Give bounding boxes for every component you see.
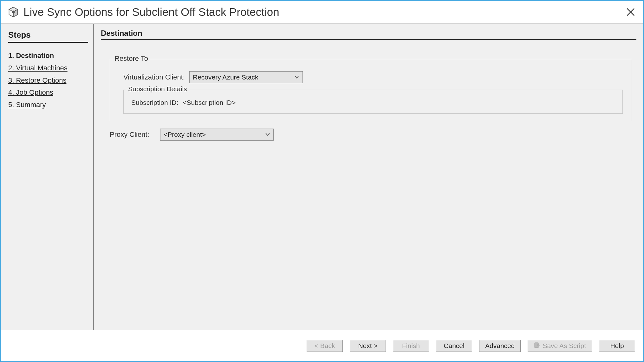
help-button[interactable]: Help	[599, 340, 635, 352]
step-restore-options[interactable]: 3. Restore Options	[8, 76, 87, 86]
step-summary[interactable]: 5. Summary	[8, 100, 87, 110]
next-button[interactable]: Next >	[350, 340, 386, 352]
step-virtual-machines[interactable]: 2. Virtual Machines	[8, 63, 87, 73]
titlebar: Live Sync Options for Subclient Off Stac…	[1, 1, 643, 23]
virtualization-client-select[interactable]: Recovery Azure Stack	[189, 71, 303, 83]
save-as-script-button: Save As Script	[528, 340, 592, 352]
close-button[interactable]	[622, 4, 639, 20]
subscription-id-value: <Subscription ID>	[183, 99, 236, 106]
cancel-button[interactable]: Cancel	[436, 340, 472, 352]
svg-marker-7	[538, 344, 540, 346]
main-panel: Destination Restore To Virtualization Cl…	[94, 24, 643, 330]
proxy-client-value: <Proxy client>	[164, 131, 206, 138]
step-destination[interactable]: 1. Destination	[8, 51, 87, 61]
step-job-options[interactable]: 4. Job Options	[8, 88, 87, 98]
app-icon	[8, 6, 19, 18]
window-title: Live Sync Options for Subclient Off Stac…	[23, 6, 279, 18]
restore-to-group: Restore To Virtualization Client: Recove…	[110, 59, 632, 121]
subscription-details-legend: Subscription Details	[126, 85, 189, 93]
virtualization-client-label: Virtualization Client:	[121, 73, 185, 81]
steps-heading: Steps	[8, 30, 88, 43]
chevron-down-icon	[265, 131, 270, 138]
main-heading: Destination	[101, 29, 636, 40]
subscription-details-group: Subscription Details Subscription ID: <S…	[123, 90, 623, 114]
advanced-button[interactable]: Advanced	[479, 340, 521, 352]
dialog-body: Steps 1. Destination 2. Virtual Machines…	[1, 23, 643, 330]
steps-sidebar: Steps 1. Destination 2. Virtual Machines…	[1, 24, 94, 330]
back-button: < Back	[307, 340, 343, 352]
dialog-window: Live Sync Options for Subclient Off Stac…	[0, 0, 644, 362]
save-as-script-label: Save As Script	[543, 342, 586, 350]
close-icon	[626, 7, 635, 17]
svg-point-3	[12, 11, 15, 14]
chevron-down-icon	[294, 73, 299, 81]
finish-button: Finish	[393, 340, 429, 352]
restore-to-legend: Restore To	[113, 54, 150, 63]
footer: < Back Next > Finish Cancel Advanced Sav…	[1, 330, 643, 361]
subscription-id-label: Subscription ID:	[131, 99, 178, 106]
virtualization-client-row: Virtualization Client: Recovery Azure St…	[121, 71, 624, 83]
proxy-client-row: Proxy Client: <Proxy client>	[110, 129, 636, 141]
script-icon	[534, 342, 540, 350]
proxy-client-select[interactable]: <Proxy client>	[160, 129, 274, 141]
proxy-client-label: Proxy Client:	[110, 130, 156, 139]
steps-list: 1. Destination 2. Virtual Machines 3. Re…	[8, 51, 87, 110]
virtualization-client-value: Recovery Azure Stack	[193, 73, 258, 81]
subscription-id-row: Subscription ID: <Subscription ID>	[131, 99, 615, 106]
